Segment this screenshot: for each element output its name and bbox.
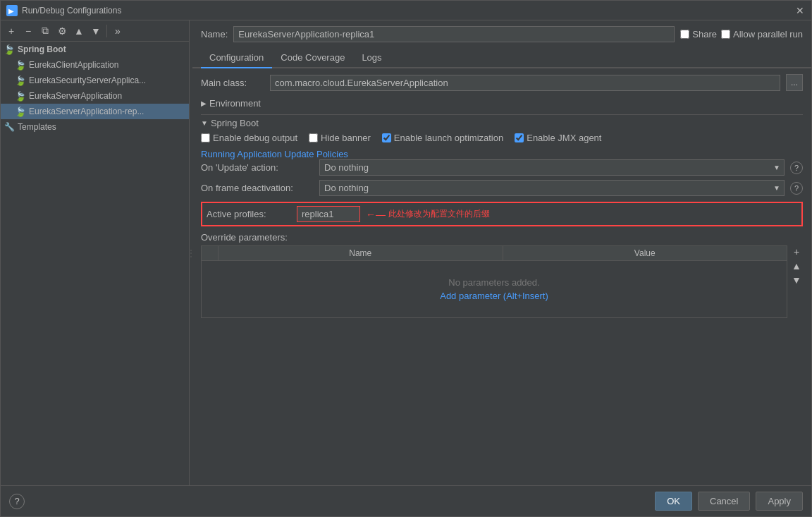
eureka-client-label: EurekaClientApplication [29,60,118,70]
params-body: No parameters added. Add parameter (Alt+… [202,261,787,317]
running-app-update-policies-label: Running Application Update Policies [201,149,803,159]
cancel-button[interactable]: Cancel [698,492,750,511]
environment-section[interactable]: ▶ Environment [201,95,803,111]
apply-button[interactable]: Apply [756,492,803,511]
override-parameters-label: Override parameters: [201,232,803,243]
hide-banner-label[interactable]: Hide banner [309,133,371,143]
params-col-checkbox [202,246,219,260]
toolbar-separator [106,25,107,37]
section-divider-1 [201,114,803,115]
templates-icon: 🔧 [4,121,15,133]
bottom-right: OK Cancel Apply [655,492,803,511]
tree-item-eureka-server[interactable]: 🍃 EurekaServerApplication [1,88,189,104]
move-down-button[interactable]: ▼ [88,23,104,39]
help-button[interactable]: ? [9,494,25,509]
on-frame-deactivation-dropdown[interactable]: Do nothing Update classes and resources [319,180,785,196]
tabs-bar: Configuration Code Coverage Logs [192,48,811,68]
eureka-server-icon: 🍃 [15,90,26,102]
spring-boot-group-label: Spring Boot [18,44,66,54]
annotation-arrow-icon: ←— [366,209,386,220]
on-frame-deactivation-label: On frame deactivation: [201,183,314,193]
enable-launch-optimization-text: Enable launch optimization [394,133,503,143]
eureka-server-label: EurekaServerApplication [29,91,122,101]
enable-jmx-agent-checkbox[interactable] [515,133,524,142]
on-update-help-icon[interactable]: ? [790,162,803,174]
name-row: Name: Share Allow parallel run [192,20,811,48]
add-config-button[interactable]: + [4,23,19,39]
app-icon: ▶ [6,5,18,16]
share-area: Share Allow parallel run [680,29,803,39]
tab-configuration[interactable]: Configuration [201,48,272,68]
params-table-main: Name Value No parameters added. Add para… [201,245,787,321]
on-update-action-row: On 'Update' action: Do nothing Update cl… [201,159,803,176]
spring-checkboxes-row: Enable debug output Hide banner Enable l… [201,133,803,143]
environment-arrow-icon: ▶ [201,99,207,107]
enable-debug-output-label[interactable]: Enable debug output [201,133,297,143]
on-frame-deactivation-dropdown-container: Do nothing Update classes and resources … [319,180,785,196]
hide-banner-checkbox[interactable] [309,133,318,142]
enable-debug-output-checkbox[interactable] [201,133,210,142]
copy-config-button[interactable]: ⧉ [37,23,53,39]
params-header: Name Value [202,246,787,261]
hide-banner-text: Hide banner [321,133,371,143]
ok-button[interactable]: OK [655,492,692,511]
params-add-button[interactable]: + [790,245,803,258]
on-frame-help-icon[interactable]: ? [790,182,803,195]
on-update-action-dropdown-container: Do nothing Update classes and resources … [319,159,785,176]
params-table: Name Value No parameters added. Add para… [201,245,787,318]
tree-item-templates[interactable]: 🔧 Templates [1,119,189,135]
remove-config-button[interactable]: − [20,23,36,39]
tree-item-eureka-client[interactable]: 🍃 EurekaClientApplication [1,57,189,73]
dialog-title: Run/Debug Configurations [22,6,794,16]
main-class-input[interactable] [270,75,780,91]
on-update-action-dropdown[interactable]: Do nothing Update classes and resources [319,159,785,176]
eureka-client-icon: 🍃 [15,59,26,71]
enable-launch-optimization-checkbox[interactable] [382,133,391,142]
bottom-bar: ? OK Cancel Apply [1,485,811,516]
profiles-annotation: ←— 此处修改为配置文件的后缀 [366,208,797,220]
active-profiles-input[interactable] [297,206,360,222]
tree-item-eureka-server-replica[interactable]: 🍃 EurekaServerApplication-rep... [1,104,189,119]
tree-group-spring-boot[interactable]: 🍃 Spring Boot [1,42,189,57]
allow-parallel-checkbox[interactable] [721,30,730,39]
annotation-text: 此处修改为配置文件的后缀 [388,208,490,220]
main-content: + − ⧉ ⚙ ▲ ▼ » [1,20,811,485]
override-parameters-section: Override parameters: Name Value No pa [201,232,803,321]
tab-logs[interactable]: Logs [353,48,390,68]
main-class-label: Main class: [201,78,264,88]
eureka-server-replica-label: EurekaServerApplication-rep... [29,107,144,116]
move-up-button[interactable]: ▲ [71,23,87,39]
add-param-link[interactable]: Add parameter (Alt+Insert) [440,291,548,301]
spring-boot-section-header: ▼ Spring Boot [201,118,803,128]
active-profiles-row: Active profiles: ←— 此处修改为配置文件的后缀 [201,202,803,226]
params-table-wrapper: Name Value No parameters added. Add para… [201,245,803,321]
no-params-text: No parameters added. [448,277,539,288]
settings-button[interactable]: ⚙ [54,23,70,39]
on-update-action-label: On 'Update' action: [201,162,314,173]
on-frame-deactivation-row: On frame deactivation: Do nothing Update… [201,180,803,196]
spring-boot-arrow-icon: ▼ [201,119,208,127]
more-button[interactable]: » [110,23,125,39]
params-scroll-up-button[interactable]: ▲ [790,260,803,272]
share-checkbox-label[interactable]: Share [680,29,717,39]
active-profiles-label: Active profiles: [207,209,291,219]
name-input[interactable] [233,26,675,42]
params-scroll-down-button[interactable]: ▼ [790,274,803,286]
close-button[interactable]: ✕ [794,5,806,16]
tree-item-eureka-security[interactable]: 🍃 EurekaSecurityServerApplica... [1,73,189,88]
main-class-row: Main class: ... [201,74,803,91]
enable-launch-optimization-label[interactable]: Enable launch optimization [382,133,503,143]
environment-label: Environment [209,98,261,109]
main-class-dots-button[interactable]: ... [786,74,803,91]
share-checkbox[interactable] [680,30,689,39]
left-toolbar: + − ⧉ ⚙ ▲ ▼ » [1,20,189,42]
allow-parallel-checkbox-label[interactable]: Allow parallel run [721,29,803,39]
config-tree: 🍃 Spring Boot 🍃 EurekaClientApplication … [1,42,189,485]
enable-jmx-agent-label[interactable]: Enable JMX agent [515,133,601,143]
tab-code-coverage[interactable]: Code Coverage [272,48,353,68]
eureka-security-icon: 🍃 [15,75,26,86]
templates-label: Templates [18,122,56,132]
name-label: Name: [201,29,228,39]
bottom-left: ? [9,494,25,509]
spring-boot-section-title: Spring Boot [211,118,259,128]
